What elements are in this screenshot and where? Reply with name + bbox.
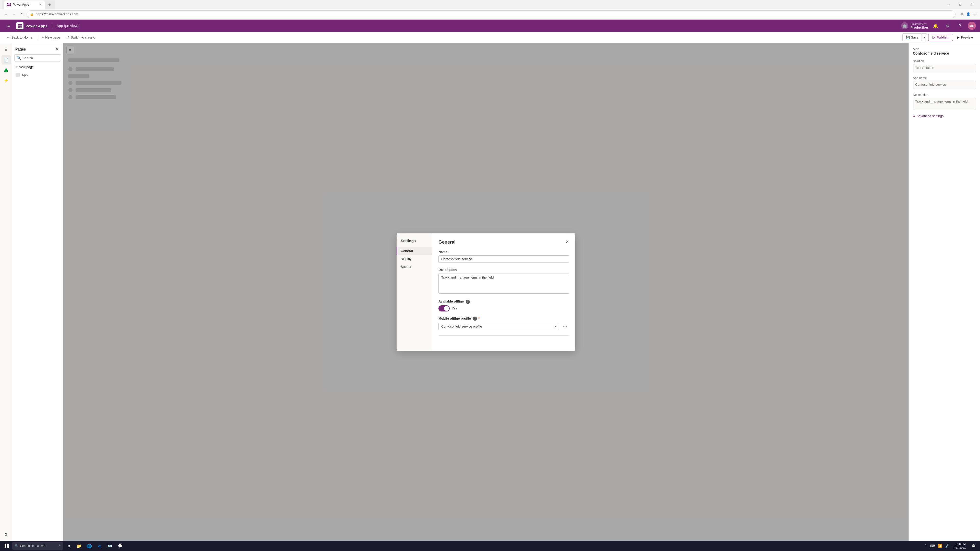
sidebar-tree-btn[interactable]: 🌲: [2, 65, 11, 75]
tab-close-btn[interactable]: ✕: [40, 3, 42, 6]
publish-icon: ▷: [932, 35, 935, 39]
taskbar-task-view-btn[interactable]: ⧉: [64, 541, 73, 551]
start-btn[interactable]: [2, 541, 11, 551]
right-panel: App Contoso field service Solution Test …: [908, 43, 980, 541]
back-to-home-btn[interactable]: ← Back to Home: [4, 34, 35, 41]
environment-name: Production: [910, 25, 928, 29]
edge-icon: 🌐: [87, 544, 92, 548]
sidebar-controls-btn[interactable]: ⚙: [2, 530, 11, 539]
browser-menu-btn[interactable]: ⋯: [972, 11, 978, 17]
sidebar-pages-btn[interactable]: 📄: [2, 56, 11, 65]
advanced-settings-link[interactable]: ∧ Advanced settings: [913, 114, 976, 118]
settings-nav-display[interactable]: Display: [396, 255, 432, 263]
select-chevron-icon: ▾: [555, 324, 556, 328]
tab-favicon: [7, 3, 11, 6]
right-panel-desc-section: Description Track and manage items in th…: [913, 93, 976, 110]
nav-forward-btn[interactable]: →: [10, 11, 18, 18]
name-input[interactable]: [438, 256, 569, 263]
mobile-profile-select[interactable]: Contoso field service profile ▾: [438, 323, 559, 330]
page-item-icon: ⬜: [15, 73, 20, 77]
clock-date: 7/27/2021: [953, 546, 966, 550]
window-maximize-btn[interactable]: □: [955, 1, 966, 8]
right-panel-appname-section: App name Contoso field service: [913, 76, 976, 89]
keyboard-icon[interactable]: ⌨: [930, 543, 936, 549]
sidebar-menu-btn[interactable]: ≡: [2, 45, 11, 54]
taskbar-clock[interactable]: 1:58 PM 7/27/2021: [951, 542, 968, 550]
canvas-area[interactable]: ≡: [63, 43, 908, 541]
new-tab-btn[interactable]: +: [46, 1, 53, 8]
hamburger-menu-btn[interactable]: ≡: [4, 21, 13, 30]
back-to-home-label: Back to Home: [11, 35, 32, 39]
switch-classic-label: Switch to classic: [71, 35, 95, 39]
window-minimize-btn[interactable]: –: [943, 1, 955, 8]
help-btn[interactable]: ?: [956, 21, 965, 30]
taskbar-search-placeholder: Search files or web: [20, 544, 46, 548]
extensions-btn[interactable]: ⊕: [959, 11, 965, 17]
mobile-profile-label: Mobile offline profile i *: [438, 317, 569, 321]
pages-search-box[interactable]: 🔍 All ▾: [14, 54, 61, 62]
notification-center-btn[interactable]: 💬: [969, 541, 978, 551]
taskbar-teams-btn[interactable]: 💬: [115, 541, 124, 551]
browser-tabs: Power Apps ✕ +: [2, 0, 55, 9]
modal-overlay[interactable]: Settings General Display Support General…: [63, 43, 908, 541]
notifications-btn[interactable]: 🔔: [931, 21, 940, 30]
page-item-app[interactable]: ⬜ App: [12, 71, 63, 79]
settings-nav-general[interactable]: General: [396, 247, 432, 255]
switch-to-classic-btn[interactable]: ⇄ Switch to classic: [64, 34, 97, 41]
appname-label: App name: [913, 76, 976, 80]
taskbar-store-btn[interactable]: 🛍: [95, 541, 104, 551]
browser-nav: ← → ↻ 🔒 https://make.powerapps.com ⊕ 👤 ⋯: [0, 9, 980, 19]
taskbar-tray: ^ ⌨ 📶 🔊: [923, 543, 950, 549]
new-page-list-btn[interactable]: + New page: [12, 64, 63, 70]
taskbar: 🔍 Search files or web 🎤 ⧉ 📁 🌐 🛍 📧 💬 ^ ⌨ …: [0, 541, 980, 551]
new-page-btn[interactable]: + New page: [39, 34, 63, 41]
volume-icon[interactable]: 🔊: [944, 543, 950, 549]
svg-rect-2: [20, 24, 22, 25]
settings-btn[interactable]: ⚙: [943, 21, 953, 30]
save-btn[interactable]: 💾 Save: [902, 34, 922, 41]
tray-chevron-icon[interactable]: ^: [923, 543, 929, 549]
address-text: https://make.powerapps.com: [36, 12, 78, 16]
taskbar-search-icon: 🔍: [15, 544, 19, 548]
select-more-btn[interactable]: ⋯: [561, 322, 569, 330]
pages-search-input[interactable]: [22, 56, 65, 60]
user-avatar[interactable]: ME: [968, 22, 976, 30]
sidebar-data-btn[interactable]: ⚡: [2, 76, 11, 85]
toolbar-right: 💾 Save ▾ ▷ Publish ▶ Preview: [902, 33, 976, 41]
preview-btn[interactable]: ▶ Preview: [954, 34, 976, 41]
taskbar-file-explorer-btn[interactable]: 📁: [75, 541, 84, 551]
pages-panel: Pages ✕ 🔍 All ▾ + New page ⬜ App: [12, 43, 63, 541]
taskbar-search-box[interactable]: 🔍 Search files or web 🎤: [12, 542, 63, 550]
toggle-label: Yes: [452, 306, 457, 310]
settings-close-btn[interactable]: ✕: [563, 238, 571, 246]
pages-panel-close-btn[interactable]: ✕: [54, 46, 60, 52]
window-close-btn[interactable]: ✕: [966, 1, 978, 8]
profile-btn[interactable]: 👤: [965, 11, 971, 17]
address-bar[interactable]: 🔒 https://make.powerapps.com: [27, 11, 956, 18]
save-dropdown-btn[interactable]: ▾: [922, 34, 927, 41]
mobile-profile-group: Mobile offline profile i * Contoso field…: [438, 317, 569, 330]
environment-label: Environment: [910, 22, 928, 25]
right-panel-app-label: App: [913, 47, 976, 50]
available-offline-info-icon: i: [466, 300, 470, 304]
taskbar-edge-btn[interactable]: 🌐: [85, 541, 94, 551]
toggle-knob: [444, 306, 449, 311]
right-panel-app-name: Contoso field service: [913, 51, 976, 56]
description-textarea[interactable]: [438, 273, 569, 294]
environment-text: Environment Production: [910, 22, 928, 29]
nav-refresh-btn[interactable]: ↻: [18, 11, 25, 18]
folder-icon: 📁: [76, 544, 82, 548]
network-icon[interactable]: 📶: [937, 543, 943, 549]
svg-rect-3: [18, 26, 20, 28]
settings-nav-support[interactable]: Support: [396, 263, 432, 271]
available-offline-toggle[interactable]: [438, 305, 450, 311]
settings-modal-title: Settings: [396, 238, 432, 247]
publish-btn[interactable]: ▷ Publish: [928, 34, 953, 41]
taskbar-outlook-btn[interactable]: 📧: [105, 541, 115, 551]
select-row: Contoso field service profile ▾ ⋯: [438, 322, 569, 330]
settings-sidebar: Settings General Display Support: [396, 233, 432, 351]
nav-back-btn[interactable]: ←: [2, 11, 9, 18]
right-panel-solution-section: Solution Test Solution: [913, 59, 976, 72]
browser-tab-active[interactable]: Power Apps ✕: [4, 0, 45, 9]
app-subtitle: App (preview): [57, 24, 79, 28]
